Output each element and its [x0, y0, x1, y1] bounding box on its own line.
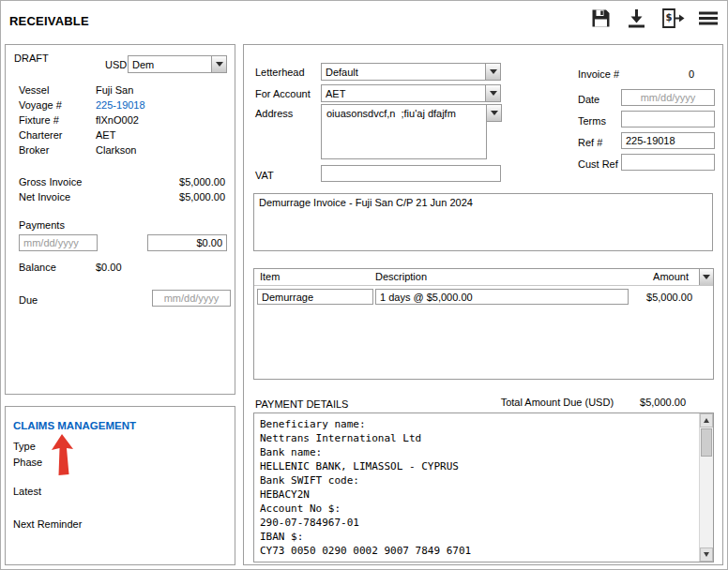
address-label: Address [255, 108, 293, 119]
chevron-down-icon[interactable] [485, 85, 500, 101]
ref-input[interactable] [621, 132, 715, 149]
triangle-up-icon [704, 418, 709, 423]
annotation-arrow-icon [49, 433, 77, 478]
toolbar: $ [588, 6, 720, 31]
invoice-number-value: 0 [621, 68, 694, 80]
net-invoice-value: $5,000.00 [179, 191, 225, 202]
broker-value: Clarkson [96, 144, 136, 156]
total-amount-row: Total Amount Due (USD) $5,000.00 [501, 397, 686, 408]
fixture-value: flXnO002 [96, 114, 139, 126]
payment-date-input[interactable] [19, 234, 98, 251]
currency-label: USD [105, 59, 127, 70]
column-header-amount: Amount [653, 271, 689, 282]
chevron-down-icon[interactable] [487, 105, 501, 121]
download-icon[interactable] [624, 6, 649, 31]
items-table: Item Description Amount $5,000.00 [253, 268, 714, 380]
claims-panel: CLAIMS MANAGEMENT Type Phase Latest Next… [5, 406, 235, 565]
address-dropdown-button[interactable] [486, 104, 502, 122]
payment-amount-input[interactable] [147, 234, 227, 251]
column-header-description: Description [375, 271, 427, 282]
claim-latest-label: Latest [13, 486, 41, 497]
total-amount-label: Total Amount Due (USD) [501, 397, 614, 408]
item-input[interactable] [257, 289, 373, 305]
menu-icon[interactable] [695, 6, 720, 31]
vat-label: VAT [255, 170, 274, 181]
net-invoice-label: Net Invoice [19, 191, 70, 202]
total-amount-value: $5,000.00 [640, 397, 686, 408]
voyage-label: Voyage # [19, 99, 62, 111]
chevron-down-icon[interactable] [211, 56, 226, 72]
for-account-dropdown[interactable]: AET [321, 84, 501, 102]
payment-details-text[interactable]: Beneficiary name: Nettrans International… [254, 413, 698, 562]
ref-label: Ref # [578, 137, 602, 148]
letterhead-label: Letterhead [255, 67, 305, 78]
triangle-down-icon [704, 552, 709, 557]
date-input[interactable] [621, 89, 715, 106]
for-account-label: For Account [255, 88, 311, 99]
for-account-value: AET [322, 85, 485, 101]
description-input[interactable]: Demurrage Invoice - Fuji San C/P 21 Jun … [253, 193, 713, 251]
address-input[interactable]: oiuasonsdvcf,n ;fiu'aj dfajfm [321, 104, 487, 159]
invoice-export-icon[interactable]: $ [660, 6, 685, 31]
due-date-input[interactable] [152, 290, 231, 307]
column-header-item: Item [260, 271, 280, 282]
svg-text:$: $ [665, 12, 672, 22]
gross-invoice-value: $5,000.00 [179, 176, 225, 188]
save-icon[interactable] [588, 6, 614, 31]
terms-input[interactable] [621, 111, 715, 128]
charterer-value: AET [96, 129, 115, 141]
item-description-input[interactable] [375, 289, 629, 305]
balance-label: Balance [19, 262, 56, 273]
gross-invoice-label: Gross Invoice [19, 176, 82, 188]
balance-value: $0.00 [96, 262, 122, 273]
receivable-window: RECEIVABLE $ [0, 0, 728, 570]
scrollbar[interactable] [699, 413, 713, 562]
scroll-down-button[interactable] [700, 548, 713, 562]
letterhead-value: Default [322, 64, 485, 80]
draft-panel: DRAFT USD Dem Vessel Fuji San Voyage # 2… [5, 44, 235, 395]
invoice-panel: Letterhead Default For Account AET Addre… [243, 44, 723, 565]
payments-label: Payments [19, 219, 65, 231]
vessel-label: Vessel [19, 84, 49, 96]
scrollbar-thumb[interactable] [701, 428, 712, 457]
items-table-header: Item Description Amount [254, 269, 713, 286]
claim-phase-label: Phase [13, 457, 42, 468]
charterer-label: Charterer [19, 129, 62, 141]
item-amount-value: $5,000.00 [646, 292, 692, 303]
cust-ref-input[interactable] [621, 154, 715, 171]
terms-label: Terms [578, 115, 606, 127]
fixture-label: Fixture # [19, 114, 59, 126]
voyage-link[interactable]: 225-19018 [96, 99, 145, 111]
table-options-dropdown[interactable] [699, 269, 713, 285]
claims-management-link[interactable]: CLAIMS MANAGEMENT [13, 420, 136, 431]
scroll-up-button[interactable] [700, 413, 713, 428]
date-label: Date [578, 94, 599, 105]
invoice-type-dropdown[interactable]: Dem [128, 55, 227, 73]
chevron-down-icon[interactable] [485, 64, 500, 80]
due-label: Due [19, 294, 38, 306]
payment-details-box: Beneficiary name: Nettrans International… [253, 412, 714, 562]
vessel-value: Fuji San [96, 84, 133, 96]
letterhead-dropdown[interactable]: Default [321, 63, 501, 81]
broker-label: Broker [19, 144, 49, 156]
claim-type-label: Type [13, 441, 36, 452]
page-title: RECEIVABLE [9, 14, 89, 28]
next-reminder-label: Next Reminder [13, 518, 82, 530]
invoice-type-value: Dem [129, 56, 211, 72]
payment-details-label: PAYMENT DETAILS [255, 398, 348, 410]
vat-input[interactable] [321, 165, 501, 182]
invoice-number-label: Invoice # [578, 68, 619, 80]
cust-ref-label: Cust Ref [578, 158, 618, 170]
status-label: DRAFT [14, 52, 49, 64]
